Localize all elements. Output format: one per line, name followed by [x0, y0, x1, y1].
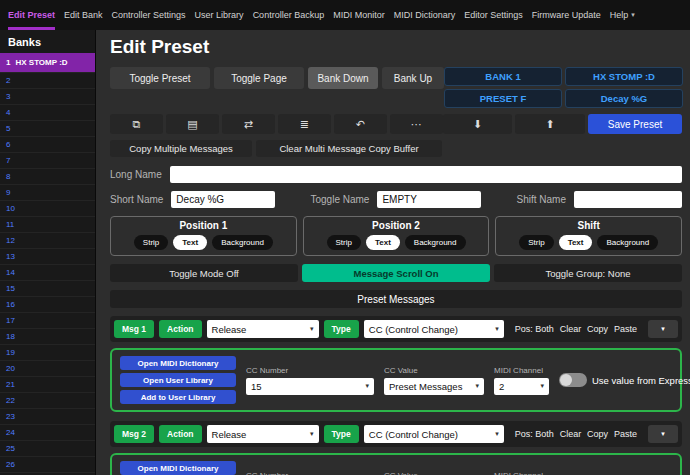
- swap-button[interactable]: ⇄: [222, 114, 275, 134]
- nav-midi-monitor[interactable]: MIDI Monitor: [333, 0, 385, 30]
- nav-label: Firmware Update: [532, 10, 601, 20]
- bank-list-item[interactable]: 4: [0, 105, 95, 121]
- midi-channel-select[interactable]: 2 ▾: [494, 378, 549, 395]
- nav-edit-preset[interactable]: Edit Preset: [8, 0, 55, 30]
- nav-user-library[interactable]: User Library: [195, 0, 244, 30]
- action-select[interactable]: Release ▾: [207, 425, 319, 443]
- msg-2-label[interactable]: Msg 2: [114, 425, 154, 443]
- bank-list-item[interactable]: 5: [0, 121, 95, 137]
- bank-list-item[interactable]: 18: [0, 329, 95, 345]
- bank-number-display[interactable]: BANK 1: [444, 67, 562, 86]
- bank-list-item[interactable]: 24: [0, 425, 95, 441]
- save-to-controller-button[interactable]: ⬇: [443, 114, 513, 134]
- toggle-name-input[interactable]: [377, 191, 481, 208]
- bank-list-item[interactable]: 23: [0, 409, 95, 425]
- type-label[interactable]: Type: [324, 320, 359, 338]
- bank-list-item[interactable]: 2: [0, 73, 95, 89]
- bank-list-item[interactable]: 15: [0, 281, 95, 297]
- background-button[interactable]: Background: [212, 235, 273, 250]
- bank-list-item[interactable]: 16: [0, 297, 95, 313]
- nav-midi-dictionary[interactable]: MIDI Dictionary: [394, 0, 456, 30]
- expression-toggle[interactable]: [559, 373, 587, 387]
- copy-message-button[interactable]: Copy: [587, 324, 608, 334]
- open-user-library-button[interactable]: Open User Library: [120, 373, 236, 387]
- bank-list-item[interactable]: 6: [0, 137, 95, 153]
- bank-list-item[interactable]: 26: [0, 457, 95, 473]
- bank-up-button[interactable]: Bank Up: [382, 67, 444, 89]
- strip-button[interactable]: Strip: [134, 235, 168, 250]
- pos-selector[interactable]: Pos: Both: [515, 429, 554, 439]
- text-button[interactable]: Text: [559, 235, 593, 250]
- paste-button[interactable]: ▤: [166, 114, 219, 134]
- paste-message-button[interactable]: Paste: [614, 429, 637, 439]
- clear-message-button[interactable]: Clear: [560, 324, 582, 334]
- list-button[interactable]: ≣: [278, 114, 331, 134]
- type-select[interactable]: CC (Control Change) ▾: [364, 320, 504, 338]
- bank-item-active[interactable]: 1 HX STOMP :D: [0, 53, 95, 73]
- bank-list-item[interactable]: 21: [0, 377, 95, 393]
- toggle-page-button[interactable]: Toggle Page: [214, 67, 304, 89]
- nav-help[interactable]: Help▾: [610, 0, 635, 30]
- toggle-preset-button[interactable]: Toggle Preset: [110, 67, 210, 89]
- bank-list-item[interactable]: 3: [0, 89, 95, 105]
- bank-name-display[interactable]: HX STOMP :D: [565, 67, 683, 86]
- collapse-message-button[interactable]: ▾: [648, 425, 678, 443]
- strip-button[interactable]: Strip: [327, 235, 361, 250]
- bank-list-item[interactable]: 25: [0, 441, 95, 457]
- bank-list-item[interactable]: 12: [0, 233, 95, 249]
- paste-message-button[interactable]: Paste: [614, 324, 637, 334]
- bank-list-item[interactable]: 11: [0, 217, 95, 233]
- nav-firmware-update[interactable]: Firmware Update: [532, 0, 601, 30]
- pos-selector[interactable]: Pos: Both: [515, 324, 554, 334]
- bank-list-item[interactable]: 20: [0, 361, 95, 377]
- clear-copy-buffer-button[interactable]: Clear Multi Message Copy Buffer: [256, 140, 442, 157]
- type-select[interactable]: CC (Control Change) ▾: [364, 425, 504, 443]
- text-button[interactable]: Text: [366, 235, 400, 250]
- collapse-message-button[interactable]: ▾: [648, 320, 678, 338]
- bank-list-item[interactable]: 9: [0, 185, 95, 201]
- copy-button[interactable]: ⧉: [110, 114, 163, 134]
- nav-controller-settings[interactable]: Controller Settings: [112, 0, 186, 30]
- toggle-group-button[interactable]: Toggle Group: None: [494, 264, 682, 282]
- action-label[interactable]: Action: [159, 320, 201, 338]
- copy-multiple-messages-button[interactable]: Copy Multiple Messages: [110, 140, 252, 157]
- msg-1-label[interactable]: Msg 1: [114, 320, 154, 338]
- cc-value-select[interactable]: Preset Messages ▾: [384, 378, 484, 395]
- more-button[interactable]: ⋯: [390, 114, 443, 134]
- text-button[interactable]: Text: [173, 235, 207, 250]
- undo-button[interactable]: ↶: [334, 114, 387, 134]
- add-to-user-library-button[interactable]: Add to User Library: [120, 390, 236, 404]
- copy-message-button[interactable]: Copy: [587, 429, 608, 439]
- bank-list-item[interactable]: 13: [0, 249, 95, 265]
- bank-list-item[interactable]: 22: [0, 393, 95, 409]
- background-button[interactable]: Background: [597, 235, 658, 250]
- background-button[interactable]: Background: [405, 235, 466, 250]
- nav-editor-settings[interactable]: Editor Settings: [464, 0, 523, 30]
- type-label[interactable]: Type: [324, 425, 359, 443]
- nav-edit-bank[interactable]: Edit Bank: [64, 0, 103, 30]
- bank-list-item[interactable]: 14: [0, 265, 95, 281]
- nav-controller-backup[interactable]: Controller Backup: [253, 0, 325, 30]
- action-select[interactable]: Release ▾: [207, 320, 319, 338]
- cc-number-select[interactable]: 15 ▾: [246, 378, 374, 395]
- save-preset-button[interactable]: Save Preset: [588, 114, 682, 134]
- upload-button[interactable]: ⬆: [515, 114, 585, 134]
- open-midi-dictionary-button[interactable]: Open MIDI Dictionary: [120, 461, 236, 475]
- preset-letter-display[interactable]: PRESET F: [444, 89, 562, 108]
- action-label[interactable]: Action: [159, 425, 201, 443]
- message-scroll-button[interactable]: Message Scroll On: [302, 264, 490, 282]
- bank-list-item[interactable]: 7: [0, 153, 95, 169]
- bank-list-item[interactable]: 10: [0, 201, 95, 217]
- strip-button[interactable]: Strip: [519, 235, 553, 250]
- bank-down-button[interactable]: Bank Down: [308, 67, 378, 89]
- clear-message-button[interactable]: Clear: [560, 429, 582, 439]
- preset-name-display[interactable]: Decay %G: [565, 89, 683, 108]
- toggle-mode-button[interactable]: Toggle Mode Off: [110, 264, 298, 282]
- bank-list-item[interactable]: 8: [0, 169, 95, 185]
- long-name-input[interactable]: [170, 166, 682, 183]
- bank-list-item[interactable]: 19: [0, 345, 95, 361]
- open-midi-dictionary-button[interactable]: Open MIDI Dictionary: [120, 356, 236, 370]
- bank-list-item[interactable]: 17: [0, 313, 95, 329]
- shift-name-input[interactable]: [574, 191, 682, 208]
- short-name-input[interactable]: [171, 191, 275, 208]
